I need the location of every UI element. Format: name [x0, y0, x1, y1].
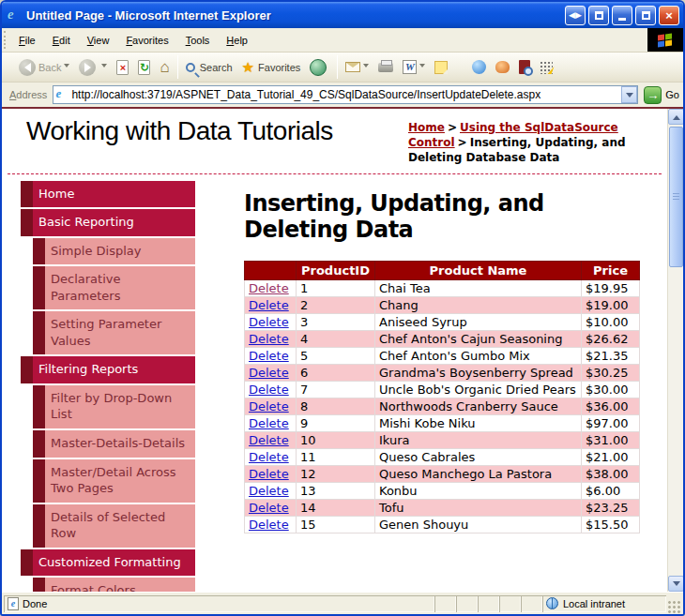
back-button[interactable]: Back — [14, 57, 74, 78]
sidebar-item-strip — [21, 209, 33, 236]
delete-link[interactable]: Delete — [249, 467, 289, 481]
back-dropdown-icon[interactable] — [64, 64, 69, 70]
mail-button[interactable] — [341, 60, 373, 74]
price-cell: $10.00 — [582, 314, 640, 331]
sidebar-item[interactable]: Master-Details-Details — [33, 430, 195, 458]
menu-bar: FileEditViewFavoritesToolsHelp — [2, 28, 683, 53]
sidebar-item[interactable]: Master/Detail Across Two Pages — [33, 459, 195, 503]
price-cell: $36.00 — [582, 398, 640, 415]
table-row: Delete 4 Chef Anton's Cajun Seasoning $2… — [245, 331, 640, 348]
delete-link[interactable]: Delete — [249, 484, 289, 498]
search-button[interactable]: Search — [181, 60, 237, 75]
favorites-button[interactable]: ★ Favorites — [237, 57, 306, 78]
delete-link[interactable]: Delete — [249, 416, 289, 430]
print-button[interactable] — [373, 61, 398, 74]
resize-grip[interactable] — [668, 601, 681, 614]
sidebar-item[interactable]: Declarative Parameters — [33, 266, 195, 309]
site-header: Working with Data Tutorials Home>Using t… — [2, 109, 667, 172]
nav-arrows-button[interactable]: ◀▶ — [565, 6, 586, 25]
sidebar-item[interactable]: Format Colors — [33, 578, 195, 592]
delete-link[interactable]: Delete — [249, 501, 289, 515]
delete-link[interactable]: Delete — [249, 433, 289, 447]
messenger-button[interactable] — [467, 58, 491, 76]
close-button[interactable]: × — [659, 6, 679, 25]
delete-link[interactable]: Delete — [249, 332, 289, 346]
sidebar-item-strip — [21, 549, 33, 577]
table-row: Delete 6 Grandma's Boysenberry Spread $3… — [245, 365, 640, 382]
scroll-down-button[interactable] — [668, 576, 683, 592]
address-bar: Address e → Go — [2, 83, 683, 107]
vertical-scrollbar[interactable] — [667, 109, 683, 592]
zone-text: Local intranet — [563, 598, 625, 609]
undock-icon — [595, 11, 603, 20]
price-cell: $15.50 — [582, 517, 640, 533]
menu-item[interactable]: View — [79, 32, 118, 49]
scroll-up-button[interactable] — [668, 109, 683, 125]
home-button[interactable]: ⌂ — [155, 59, 174, 76]
product-id-cell: 2 — [297, 297, 375, 314]
product-id-cell: 5 — [297, 348, 375, 365]
delete-link[interactable]: Delete — [249, 315, 289, 329]
ie-logo-icon: e — [8, 8, 23, 23]
word-dropdown-icon[interactable] — [419, 64, 425, 70]
research-button[interactable] — [514, 58, 535, 76]
delete-link[interactable]: Delete — [249, 450, 289, 464]
price-cell: $30.00 — [582, 382, 640, 398]
address-dropdown-button[interactable] — [621, 86, 637, 103]
research-icon — [519, 60, 530, 74]
sidebar-item[interactable]: Home — [21, 181, 195, 208]
go-button[interactable]: → Go — [644, 86, 679, 104]
menu-item[interactable]: File — [10, 32, 44, 49]
minimize-button[interactable] — [612, 6, 632, 25]
sidebar-item[interactable]: Setting Parameter Values — [33, 311, 195, 354]
stop-button[interactable]: × — [112, 58, 133, 77]
status-pane — [478, 595, 499, 612]
menu-item[interactable]: Help — [218, 32, 256, 49]
delete-link[interactable]: Delete — [249, 366, 289, 380]
forward-dropdown-icon[interactable] — [101, 64, 107, 70]
sidebar-item[interactable]: Customized Formatting — [21, 549, 195, 577]
sidebar-item[interactable]: Details of Selected Row — [33, 504, 195, 548]
product-name-cell: Chai Tea — [375, 280, 582, 297]
product-id-cell: 15 — [297, 517, 375, 533]
delete-link[interactable]: Delete — [249, 399, 289, 413]
table-row: Delete 9 Mishi Kobe Niku $97.00 — [245, 415, 640, 432]
toolbar-separator — [177, 55, 178, 79]
refresh-button[interactable]: ↻ — [133, 58, 155, 77]
snippet-tool-button[interactable] — [535, 59, 557, 76]
sidebar-item[interactable]: Filtering Reports — [21, 356, 195, 383]
product-id-cell: 4 — [297, 331, 375, 348]
maximize-button[interactable] — [635, 6, 656, 25]
address-label: Address — [9, 89, 47, 100]
column-header: Product Name — [375, 262, 582, 280]
undock-button[interactable] — [588, 6, 609, 25]
delete-link[interactable]: Delete — [249, 281, 289, 295]
menu-item[interactable]: Edit — [44, 32, 79, 49]
delete-link[interactable]: Delete — [249, 518, 289, 532]
address-input[interactable] — [71, 88, 621, 101]
sidebar-item-strip — [33, 311, 45, 354]
menu-item[interactable]: Favorites — [117, 32, 176, 49]
breadcrumb-link[interactable]: Home — [408, 121, 445, 134]
mail-dropdown-icon[interactable] — [363, 64, 369, 70]
edit-with-word-button[interactable]: W — [398, 58, 430, 76]
price-cell: $23.25 — [582, 500, 640, 517]
delete-link[interactable]: Delete — [249, 298, 289, 312]
discuss-button[interactable] — [430, 59, 452, 76]
table-row: Delete 3 Aniseed Syrup $10.00 — [245, 314, 640, 331]
scrollbar-thumb[interactable] — [669, 127, 683, 267]
sidebar-item[interactable]: Filter by Drop-Down List — [33, 385, 195, 428]
sidebar-item-label: Basic Reporting — [33, 209, 195, 236]
history-button[interactable] — [305, 57, 334, 78]
menu-item[interactable]: Tools — [177, 32, 219, 49]
addon-button[interactable] — [491, 59, 514, 75]
toolbar: Back × ↻ ⌂ Search ★ Favorites — [2, 53, 683, 83]
sidebar-item[interactable]: Basic Reporting — [21, 209, 195, 236]
back-label: Back — [38, 62, 61, 73]
sidebar-item-label: Customized Formatting — [33, 549, 195, 577]
sidebar-item[interactable]: Simple Display — [33, 238, 195, 265]
toolbar-grip[interactable] — [4, 31, 8, 49]
forward-button[interactable] — [74, 57, 112, 78]
delete-link[interactable]: Delete — [249, 383, 289, 397]
delete-link[interactable]: Delete — [249, 349, 289, 363]
